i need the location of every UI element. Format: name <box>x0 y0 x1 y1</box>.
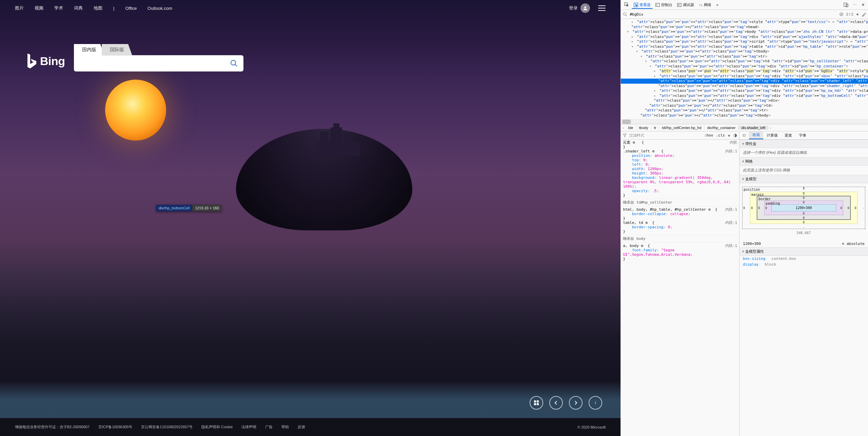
dom-node[interactable]: ▸ "attr">class"pun">="pun"><"attr">class… <box>621 88 868 94</box>
breadcrumb-scroll-left[interactable]: ‹ <box>621 126 626 130</box>
boxmodel-section-header[interactable]: 盒模型 <box>739 175 868 183</box>
tab-inspector[interactable]: 查看器 <box>632 1 653 9</box>
rules-body[interactable]: 元素 ⚙ {内联}.shader_left ⚙ {内联:1 position: … <box>621 140 739 436</box>
dom-node[interactable]: ▸ "attr">class"pun">="pun"><"attr">class… <box>621 74 868 79</box>
padding-right[interactable]: 0 <box>841 206 842 210</box>
cls-toggle[interactable]: .cls <box>716 133 725 138</box>
layout-tab-changes[interactable]: 更改 <box>781 131 795 139</box>
border-bottom[interactable]: 0 <box>803 216 805 220</box>
flexbox-section-header[interactable]: 弹性盒 <box>739 140 868 148</box>
dom-node[interactable]: "attr">class"pun">="pun"></"attr">class"… <box>621 108 868 113</box>
dom-node[interactable]: "attr">class"pun">="pun"><"attr">class"p… <box>621 84 868 89</box>
pos-top[interactable]: 0 <box>803 187 805 190</box>
info-button[interactable]: i <box>589 396 602 410</box>
dom-node[interactable]: ▾ "attr">class"pun">="pun"><"attr">class… <box>621 64 868 69</box>
layout-body[interactable]: 弹性盒 选择一个弹性 (Flex) 容器或项目以继续. 网格 此页面上没有使用 … <box>739 140 868 436</box>
dom-node[interactable]: ▸ "attr">class"pun">="pun"><"attr">class… <box>621 20 868 25</box>
boxprops-section-header[interactable]: 盒模型属性 <box>739 247 868 256</box>
layout-tab-fonts[interactable]: 字体 <box>795 131 810 139</box>
dom-node[interactable]: ▸ "attr">class"pun">="pun"><"attr">class… <box>621 35 868 40</box>
margin-left[interactable]: 0 <box>751 206 753 210</box>
dom-node[interactable]: "attr">class"pun">="pun"><"attr">class"p… <box>621 79 868 84</box>
border-left[interactable]: 0 <box>758 206 760 210</box>
dom-node[interactable]: ▸ "attr">class"pun">="pun"><"attr">class… <box>621 39 868 44</box>
dom-node[interactable]: ▾ "attr">class"pun">="pun"><"attr">class… <box>621 59 868 64</box>
footer-link-5[interactable]: 广告 <box>265 424 273 430</box>
margin-top[interactable]: 0 <box>803 192 805 195</box>
crumb-0[interactable]: ble <box>626 126 636 130</box>
footer-link-6[interactable]: 帮助 <box>281 424 289 430</box>
pos-right[interactable]: - <box>863 206 864 210</box>
tab-domestic[interactable]: 国内版 <box>74 44 104 56</box>
devtools-close[interactable]: ✕ <box>860 1 867 8</box>
pos-bottom[interactable]: - <box>803 226 805 229</box>
footer-link-3[interactable]: 隐私声明和 Cookie <box>201 424 233 430</box>
dom-node[interactable]: ▸ "attr">class"pun">="pun"><"attr">class… <box>621 94 868 99</box>
nav-office[interactable]: Office <box>125 6 137 11</box>
crumb-4[interactable]: div#hp_container <box>705 126 739 130</box>
dom-hscrollbar[interactable] <box>621 119 868 124</box>
eyedropper-icon[interactable] <box>862 12 866 17</box>
padding-top[interactable]: 0 <box>803 201 805 204</box>
responsive-mode-button[interactable] <box>842 1 850 8</box>
clear-search[interactable]: ⓧ <box>840 12 843 17</box>
toggle-sidebar-button[interactable] <box>739 131 749 139</box>
grid-button[interactable] <box>530 396 543 410</box>
layout-tab-computed[interactable]: 计算值 <box>763 131 781 139</box>
border-top[interactable]: 0 <box>803 196 805 200</box>
padding-left[interactable]: 0 <box>765 206 767 210</box>
tab-debugger[interactable]: 调试器 <box>675 1 696 9</box>
crumb-5[interactable]: div.shader_left <box>738 126 768 130</box>
footer-link-0[interactable]: 增值电信业务经营许可证：合字B2-20090007 <box>15 424 90 430</box>
footer-link-4[interactable]: 法律声明 <box>241 424 256 430</box>
tab-network[interactable]: ↑↓网络 <box>697 1 713 9</box>
margin-right[interactable]: 0 <box>855 206 856 210</box>
avatar[interactable] <box>580 3 590 13</box>
dom-node[interactable]: ▾ "attr">class"pun">="pun"><"attr">class… <box>621 49 868 54</box>
crumb-3[interactable]: td#hp_cellCenter.hp_hd <box>659 126 704 130</box>
padding-bottom[interactable]: 0 <box>803 212 805 215</box>
search-icon[interactable] <box>230 59 238 67</box>
layout-tab-layout[interactable]: 布局 <box>749 131 763 139</box>
tab-international[interactable]: 国际版 <box>102 44 132 56</box>
hamburger-menu[interactable] <box>598 5 606 11</box>
dom-node[interactable]: ▾ "attr">class"pun">="pun"><"attr">class… <box>621 44 868 49</box>
search-input[interactable] <box>80 60 230 66</box>
border-right[interactable]: 0 <box>848 206 849 210</box>
light-dark-toggle[interactable] <box>733 133 737 138</box>
pick-element-button[interactable] <box>622 1 631 8</box>
tabs-overflow[interactable]: » <box>714 1 720 8</box>
tab-console[interactable]: 控制台 <box>653 1 674 9</box>
next-button[interactable] <box>569 396 583 410</box>
grid-section-header[interactable]: 网格 <box>739 157 868 166</box>
dom-node[interactable]: ▾ "attr">class"pun">="pun"><"attr">class… <box>621 54 868 59</box>
nav-maps[interactable]: 地图 <box>94 5 102 11</box>
margin-bottom[interactable]: 0 <box>803 221 805 224</box>
hov-toggle[interactable]: :hov <box>704 133 713 138</box>
breadcrumb-scroll-right[interactable]: › <box>768 126 773 130</box>
dom-node[interactable]: "attr">class"pun">="pun"></"attr">class"… <box>621 98 868 103</box>
prev-button[interactable] <box>549 396 563 410</box>
footer-link-2[interactable]: 京公网安备11010802022657号 <box>141 424 193 430</box>
login-link[interactable]: 登录 <box>569 5 578 11</box>
nav-academic[interactable]: 学术 <box>54 5 63 11</box>
dom-search-input[interactable] <box>630 12 837 17</box>
pos-left[interactable]: 0 <box>743 206 745 210</box>
dom-node[interactable]: ▸ "attr">class"pun">="pun"><"attr">class… <box>621 69 868 74</box>
add-rule-button[interactable]: + <box>728 133 730 138</box>
footer-link-7[interactable]: 反馈 <box>298 424 305 430</box>
crumb-2[interactable]: tr <box>651 126 659 130</box>
nav-dictionary[interactable]: 词典 <box>74 5 83 11</box>
dom-node[interactable]: "attr">class"pun">="pun"></"attr">class"… <box>621 103 868 108</box>
footer-link-1[interactable]: 京ICP备10036305号 <box>98 424 132 430</box>
crumb-1[interactable]: tbody <box>636 126 651 130</box>
dom-node[interactable]: "attr">class"pun">="pun"></"attr">class"… <box>621 25 868 30</box>
nav-outlook[interactable]: Outlook.com <box>147 6 172 11</box>
nav-images[interactable]: 图片 <box>15 5 24 11</box>
devtools-menu[interactable]: ⋯ <box>851 1 859 8</box>
dom-node[interactable]: "attr">class"pun">="pun"></"attr">class"… <box>621 113 868 118</box>
nav-video[interactable]: 视频 <box>35 5 43 11</box>
content-size[interactable]: 1200×300 <box>771 204 836 211</box>
dom-tree[interactable]: ▸ "attr">class"pun">="pun"><"attr">class… <box>621 19 868 119</box>
add-node-button[interactable]: + <box>856 12 859 17</box>
